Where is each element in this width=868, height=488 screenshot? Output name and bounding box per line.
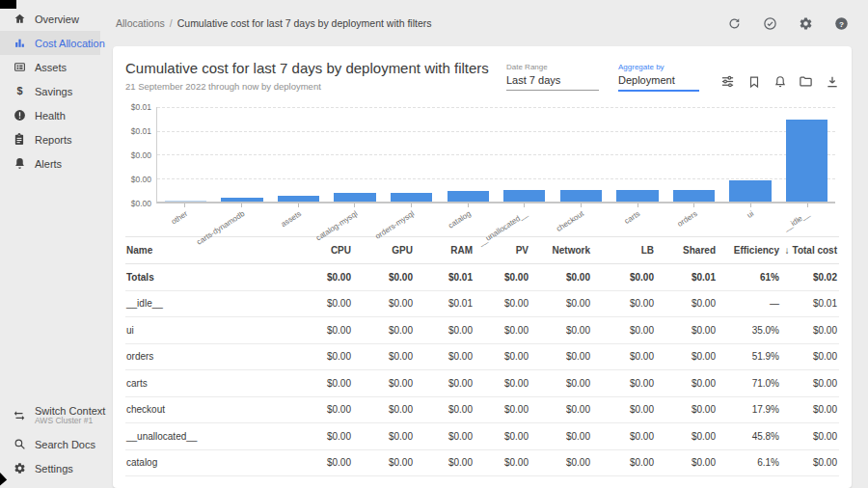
- cell-value: $0.00: [781, 431, 839, 442]
- column-header-network[interactable]: Network: [530, 245, 592, 256]
- assets-grid-icon: [13, 61, 26, 74]
- cell-value: $0.00: [291, 457, 353, 468]
- column-header-shared[interactable]: Shared: [656, 245, 718, 256]
- date-range-label: Date Range: [506, 63, 599, 71]
- x-slot: orders-mysql: [383, 203, 440, 236]
- help-icon[interactable]: ?: [833, 15, 849, 31]
- cell-value: $0.00: [353, 457, 415, 468]
- cell-value: $0.01: [781, 298, 839, 309]
- check-circle-icon[interactable]: [762, 15, 777, 31]
- bar-checkout[interactable]: [560, 190, 602, 202]
- cell-value: $0.01: [415, 298, 475, 309]
- column-header-total-cost[interactable]: ↓Total cost: [781, 245, 839, 256]
- sidebar-item-label: Savings: [35, 86, 72, 97]
- bar-__idle__[interactable]: [786, 120, 827, 202]
- bar-orders-mysql[interactable]: [391, 193, 432, 202]
- column-header-gpu[interactable]: GPU: [353, 245, 415, 256]
- cell-value: $0.00: [592, 325, 656, 336]
- x-tick: [581, 203, 582, 207]
- bookmark-icon[interactable]: [746, 74, 761, 89]
- sidebar-item-assets[interactable]: Assets: [0, 55, 100, 79]
- report-action-icons: [720, 74, 839, 89]
- report-controls: Date Range Last 7 days Aggregate by Depl…: [506, 60, 839, 92]
- cell-value: $0.00: [592, 457, 656, 468]
- cell-name: Totals: [125, 272, 291, 283]
- bar-ui[interactable]: [729, 180, 771, 202]
- settings-button[interactable]: Settings: [0, 456, 100, 480]
- cell-value: $0.00: [353, 431, 415, 442]
- cell-value: $0.00: [415, 457, 475, 468]
- folder-icon[interactable]: [799, 74, 813, 89]
- cell-value: $0.00: [656, 325, 718, 336]
- cell-value: $0.00: [656, 298, 718, 309]
- chart-x-axis: othercarts-dynamodbassetscatalog-mysqlor…: [156, 203, 835, 236]
- sidebar-bottom: Switch Context AWS Cluster #1 Search Doc…: [0, 399, 100, 488]
- y-tick-label: $0.01: [131, 102, 151, 112]
- cell-value: 45.8%: [718, 431, 781, 442]
- sidebar-item-overview[interactable]: Overview: [0, 7, 100, 31]
- sidebar-item-health[interactable]: Health: [0, 103, 100, 127]
- tune-icon[interactable]: [720, 74, 735, 89]
- bar-carts-dynamodb[interactable]: [221, 198, 262, 202]
- table-row-__unallocated__[interactable]: __unallocated__$0.00$0.00$0.00$0.00$0.00…: [125, 423, 839, 450]
- table-row-__idle__[interactable]: __idle__$0.00$0.00$0.01$0.00$0.00$0.00$0…: [125, 291, 839, 318]
- sidebar-item-alerts[interactable]: Alerts: [0, 151, 100, 176]
- search-docs-button[interactable]: Search Docs: [0, 432, 100, 456]
- bar-carts[interactable]: [616, 190, 658, 202]
- cell-name: orders: [125, 351, 291, 362]
- cell-value: $0.00: [353, 351, 415, 362]
- column-header-ram[interactable]: RAM: [415, 245, 475, 256]
- cell-value: $0.00: [291, 298, 353, 309]
- y-tick-label: $0.00: [131, 199, 151, 208]
- bar-slot: [440, 107, 497, 202]
- cell-name: __unallocated__: [125, 431, 291, 442]
- aggregate-by-label: Aggregate by: [618, 63, 699, 71]
- sidebar-item-label: Assets: [35, 62, 67, 73]
- aggregate-by-value[interactable]: Deployment: [618, 74, 699, 92]
- switch-context-button[interactable]: Switch Context AWS Cluster #1: [0, 399, 100, 432]
- bar-catalog-mysql[interactable]: [334, 193, 375, 202]
- sidebar-item-cost-allocation[interactable]: Cost Allocation: [0, 31, 100, 55]
- sidebar-item-label: Cost Allocation: [35, 38, 105, 49]
- bar-orders[interactable]: [673, 190, 715, 202]
- bar-other[interactable]: [165, 201, 206, 202]
- x-tick: [241, 203, 242, 207]
- table-row-catalog[interactable]: catalog$0.00$0.00$0.00$0.00$0.00$0.00$0.…: [125, 450, 839, 477]
- gear-icon: [13, 462, 26, 475]
- x-tick-label: other: [170, 209, 189, 226]
- gear-icon[interactable]: [798, 15, 813, 31]
- bell-outline-icon[interactable]: [773, 74, 787, 89]
- bar-__unallocated__[interactable]: [503, 190, 545, 202]
- cell-value: $0.00: [781, 404, 839, 415]
- bar-slot: [496, 107, 553, 202]
- sidebar-item-reports[interactable]: Reports: [0, 127, 100, 151]
- cell-value: —: [718, 298, 781, 309]
- x-tick: [750, 203, 751, 207]
- breadcrumb-section[interactable]: Allocations: [116, 17, 165, 29]
- bar-slot: [270, 107, 327, 202]
- sidebar-item-savings[interactable]: $ Savings: [0, 79, 100, 103]
- cell-value: $0.00: [353, 378, 415, 389]
- table-row-carts[interactable]: carts$0.00$0.00$0.00$0.00$0.00$0.00$0.00…: [125, 370, 839, 397]
- table-row-orders[interactable]: orders$0.00$0.00$0.00$0.00$0.00$0.00$0.0…: [125, 344, 839, 371]
- aggregate-by-select[interactable]: Aggregate by Deployment: [618, 63, 699, 92]
- bar-catalog[interactable]: [448, 191, 489, 202]
- date-range-value[interactable]: Last 7 days: [506, 74, 599, 91]
- download-icon[interactable]: [825, 74, 839, 89]
- page-title: Cumulative cost for last 7 days by deplo…: [125, 60, 506, 76]
- cell-value: $0.02: [781, 272, 839, 283]
- date-range-select[interactable]: Date Range Last 7 days: [506, 63, 599, 91]
- cell-value: 61%: [718, 272, 781, 283]
- sidebar: Overview Cost Allocation Assets $ Saving…: [0, 0, 100, 488]
- topbar: Allocations / Cumulative cost for last 7…: [100, 0, 868, 46]
- refresh-icon[interactable]: [726, 15, 742, 31]
- column-header-efficiency[interactable]: Efficiency: [718, 245, 781, 256]
- table-row-ui[interactable]: ui$0.00$0.00$0.00$0.00$0.00$0.00$0.0035.…: [125, 317, 839, 344]
- column-header-lb[interactable]: LB: [592, 245, 656, 256]
- table-row-checkout[interactable]: checkout$0.00$0.00$0.00$0.00$0.00$0.00$0…: [125, 397, 839, 424]
- y-tick-label: $0.00: [131, 150, 151, 160]
- bar-assets[interactable]: [278, 196, 319, 202]
- column-header-cpu[interactable]: CPU: [291, 245, 353, 256]
- card-header: Cumulative cost for last 7 days by deplo…: [125, 60, 839, 92]
- column-header-name[interactable]: Name: [125, 245, 291, 256]
